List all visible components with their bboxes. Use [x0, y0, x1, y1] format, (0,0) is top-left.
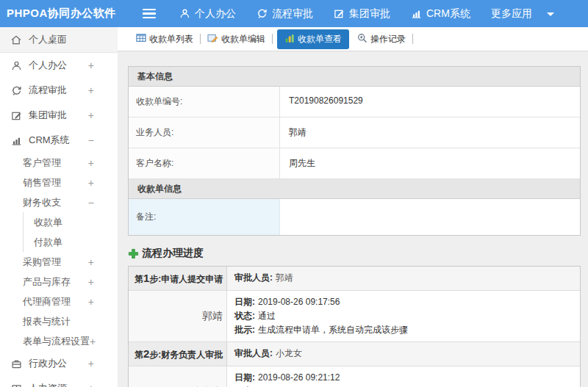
- approver-name: 小龙女: [276, 348, 302, 358]
- approver-label: 审批人员:: [234, 348, 273, 358]
- info-row-business-person: 业务人员: 郭靖: [129, 117, 580, 148]
- barchart-icon: [411, 8, 422, 19]
- field-value: 周先生: [280, 148, 580, 178]
- tab-label: 收款单编辑: [221, 33, 265, 46]
- tab-separator: [412, 34, 413, 44]
- sidebar-item-label: 收款单: [34, 216, 62, 229]
- expand-toggle[interactable]: +: [88, 358, 94, 369]
- top-navbar: PHPOA协同办公软件 个人办公 流程审批 集团审批 CRM系统 更多应用: [0, 0, 588, 27]
- step-detail-lines: 日期:2019-08-26 09:17:56 状态:通过 批示:生成流程申请单，…: [227, 291, 580, 341]
- sidebar-item-reports-stats[interactable]: 报表与统计: [0, 311, 118, 331]
- tab-receipt-edit[interactable]: 收款单编辑: [202, 30, 270, 48]
- tab-separator: [200, 34, 201, 44]
- process-icon: [10, 84, 22, 96]
- expand-toggle[interactable]: +: [88, 109, 94, 121]
- expand-toggle[interactable]: +: [88, 296, 94, 308]
- caret-down-icon: [547, 12, 554, 16]
- sidebar-item-admin-office[interactable]: 行政办公 +: [0, 351, 118, 376]
- progress-section-title: 流程办理进度: [128, 247, 581, 260]
- detail-line-status: 状态:通过: [234, 309, 573, 323]
- expand-toggle[interactable]: +: [88, 84, 94, 96]
- sidebar-item-customer-mgmt[interactable]: 客户管理 +: [0, 153, 118, 173]
- field-value: 郭靖: [280, 117, 580, 148]
- receipt-detail-panel: 基本信息 收款单编号: T20190826091529 业务人员: 郭靖 客户名…: [128, 66, 581, 236]
- sidebar-item-receipt-form[interactable]: 收款单: [24, 212, 118, 232]
- info-row-remark: 备注:: [129, 199, 580, 235]
- expand-toggle[interactable]: +: [88, 383, 94, 387]
- field-value: [280, 199, 580, 235]
- detail-line-date: 日期:2019-08-26 09:21:12: [234, 371, 573, 385]
- expand-toggle[interactable]: +: [88, 256, 94, 268]
- sidebar-item-payment-form[interactable]: 付款单: [24, 232, 118, 252]
- edit-square-icon: [334, 8, 345, 19]
- sidebar-item-label: 报表与统计: [23, 315, 71, 328]
- expand-toggle[interactable]: −: [88, 134, 94, 146]
- expand-toggle[interactable]: +: [88, 59, 94, 71]
- nav-item-crm-system[interactable]: CRM系统: [411, 7, 470, 21]
- sidebar-item-label: 表单与流程设置: [23, 335, 90, 348]
- expand-toggle[interactable]: −: [88, 197, 94, 209]
- step-detail-1: 郭靖 日期:2019-08-26 09:17:56 状态:通过 批示:生成流程申…: [129, 291, 580, 342]
- expand-toggle[interactable]: +: [88, 157, 94, 169]
- sidebar-item-product-inventory[interactable]: 产品与库存 +: [0, 272, 118, 292]
- sidebar-item-label: 付款单: [34, 236, 62, 249]
- hamburger-menu-icon[interactable]: [143, 9, 156, 19]
- expand-toggle[interactable]: +: [88, 276, 94, 288]
- sidebar-item-personal-desktop[interactable]: 个人桌面: [0, 27, 118, 53]
- sidebar-item-group-approval[interactable]: 集团审批 +: [0, 103, 118, 128]
- sidebar-item-label: 产品与库存: [23, 275, 71, 289]
- detail-line-remark: 批示:生成流程申请单，系统自动完成该步骤: [234, 323, 573, 337]
- field-label: 收款单编号:: [129, 87, 280, 117]
- tab-label: 收款单列表: [149, 33, 193, 46]
- nav-item-personal-office[interactable]: 个人办公: [179, 7, 236, 21]
- tab-label: 操作记录: [370, 33, 406, 46]
- barchart-icon: [10, 134, 22, 146]
- sidebar-item-process-approval[interactable]: 流程审批 +: [0, 78, 118, 103]
- nav-label: CRM系统: [426, 7, 470, 21]
- sidebar-item-sales-mgmt[interactable]: 销售管理 +: [0, 173, 118, 192]
- expand-toggle[interactable]: +: [88, 177, 94, 189]
- tab-receipt-list[interactable]: 收款单列表: [131, 30, 198, 48]
- nav-label: 流程审批: [272, 7, 313, 21]
- tab-operation-log[interactable]: 操作记录: [352, 30, 411, 48]
- sidebar-item-form-process-settings[interactable]: 表单与流程设置 +: [0, 331, 118, 351]
- sidebar-item-agent-mgmt[interactable]: 代理商管理 +: [0, 292, 118, 311]
- sidebar-item-human-resources[interactable]: 人力资源 +: [0, 376, 118, 387]
- sidebar-item-crm-system[interactable]: CRM系统 −: [0, 128, 118, 153]
- tab-receipt-view[interactable]: 收款单查看: [277, 29, 349, 49]
- edit-doc-icon: [207, 33, 218, 45]
- sidebar-item-personal-office[interactable]: 个人办公 +: [0, 53, 118, 78]
- step-approver: 审批人员:郭靖: [227, 267, 580, 290]
- nav-item-process-approval[interactable]: 流程审批: [257, 7, 313, 21]
- field-label: 业务人员:: [129, 117, 280, 148]
- sidebar-item-label: 个人办公: [29, 59, 67, 72]
- info-row-receipt-number: 收款单编号: T20190826091529: [129, 87, 580, 117]
- nav-label: 集团审批: [349, 7, 390, 21]
- nav-label: 更多应用: [491, 7, 532, 21]
- expand-toggle[interactable]: +: [90, 336, 96, 347]
- sidebar-item-label: 集团审批: [29, 109, 67, 122]
- edit-square-icon: [10, 109, 22, 121]
- nav-item-more-apps[interactable]: 更多应用: [491, 7, 554, 21]
- main-area: 收款单列表 收款单编辑 收款单查看 操作记录: [118, 27, 588, 387]
- sidebar-item-label: CRM系统: [29, 134, 70, 147]
- home-icon: [10, 34, 22, 46]
- approver-label: 审批人员:: [234, 272, 273, 283]
- sidebar-item-purchase-mgmt[interactable]: 采购管理 +: [0, 252, 118, 272]
- step-title: 第2步:财务负责人审批: [129, 342, 227, 366]
- progress-title-text: 流程办理进度: [142, 247, 204, 260]
- section-header-basic-info: 基本信息: [129, 67, 580, 87]
- process-icon: [257, 8, 268, 19]
- sidebar-item-label: 客户管理: [23, 156, 61, 170]
- sidebar-item-label: 财务收支: [23, 196, 61, 209]
- book-icon: [10, 383, 22, 387]
- step-header-2: 第2步:财务负责人审批 审批人员:小龙女: [129, 342, 580, 366]
- sidebar: 个人桌面 个人办公 + 流程审批 + 集团审批 +: [0, 27, 118, 387]
- sidebar-item-label: 代理商管理: [23, 295, 71, 308]
- nav-item-group-approval[interactable]: 集团审批: [334, 7, 390, 21]
- field-label: 客户名称:: [129, 148, 280, 178]
- info-row-customer-name: 客户名称: 周先生: [129, 148, 580, 179]
- section-header-receipt-info: 收款单信息: [129, 179, 580, 199]
- sidebar-item-finance[interactable]: 财务收支 −: [0, 192, 118, 212]
- tab-label: 收款单查看: [298, 33, 342, 46]
